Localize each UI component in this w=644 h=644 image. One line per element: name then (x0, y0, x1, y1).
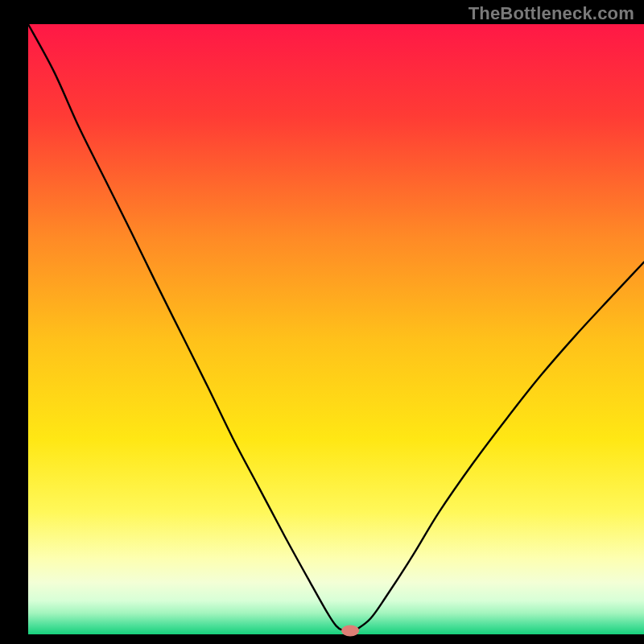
chart-frame: TheBottleneck.com (0, 0, 644, 644)
watermark-text: TheBottleneck.com (469, 3, 634, 24)
plot-background (28, 24, 644, 634)
current-point-marker (341, 625, 359, 636)
bottleneck-chart (0, 0, 644, 644)
